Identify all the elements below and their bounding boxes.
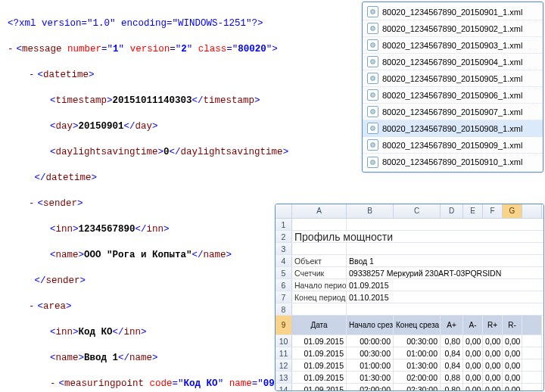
header-cell[interactable]: R- bbox=[503, 316, 522, 334]
table-row[interactable]: 4ОбъектВвод 1 bbox=[276, 255, 543, 267]
cell[interactable]: 14 bbox=[276, 384, 292, 391]
cell[interactable] bbox=[292, 243, 347, 254]
cell[interactable]: 0,00 bbox=[503, 347, 522, 359]
cell[interactable]: Ввод 1 bbox=[347, 255, 542, 266]
column-header[interactable]: A bbox=[292, 204, 347, 218]
cell[interactable]: 00:30:00 bbox=[347, 347, 394, 359]
cell[interactable]: 0,84 bbox=[441, 359, 463, 371]
cell[interactable] bbox=[522, 359, 542, 371]
cell[interactable] bbox=[522, 335, 542, 347]
collapse-toggle[interactable]: - bbox=[29, 70, 38, 80]
file-row[interactable]: 80020_1234567890_20150906_1.xml bbox=[363, 87, 543, 104]
cell[interactable]: 13 bbox=[276, 372, 292, 383]
cell[interactable]: 0,00 bbox=[503, 335, 522, 347]
file-row[interactable]: 80020_1234567890_20150907_1.xml bbox=[363, 104, 543, 120]
cell[interactable]: 10 bbox=[276, 335, 292, 347]
cell[interactable]: 11 bbox=[276, 347, 292, 359]
cell[interactable]: Профиль мощности bbox=[292, 231, 542, 242]
header-cell[interactable]: Дата bbox=[292, 316, 347, 334]
table-row[interactable]: 1201.09.201501:00:0001:30:000,840,000,00… bbox=[276, 359, 543, 372]
cell[interactable]: 12 bbox=[276, 359, 292, 371]
cell[interactable]: Начало периода bbox=[292, 279, 347, 291]
file-row[interactable]: 80020_1234567890_20150901_1.xml bbox=[363, 4, 543, 20]
table-row[interactable]: 5Счетчик09338257 Меркурий 230ART-03PQRSI… bbox=[276, 267, 543, 279]
cell[interactable]: 0,00 bbox=[503, 359, 522, 371]
cell[interactable]: 01.09.2015 bbox=[292, 347, 347, 359]
table-row[interactable]: 1 bbox=[276, 219, 543, 231]
cell[interactable]: 4 bbox=[276, 255, 292, 266]
cell[interactable]: 0,00 bbox=[463, 335, 483, 347]
cell[interactable]: Объект bbox=[292, 255, 347, 266]
cell[interactable]: 0,80 bbox=[441, 384, 463, 391]
column-header[interactable]: C bbox=[394, 204, 441, 218]
collapse-toggle[interactable]: - bbox=[50, 378, 59, 389]
file-row[interactable]: 80020_1234567890_20150910_1.xml bbox=[363, 154, 543, 170]
cell[interactable]: 00:30:00 bbox=[394, 335, 441, 347]
file-row[interactable]: 80020_1234567890_20150905_1.xml bbox=[363, 70, 543, 87]
table-row[interactable]: 6Начало периода01.09.2015 bbox=[276, 279, 543, 291]
cell[interactable]: 7 bbox=[276, 291, 292, 303]
cell[interactable] bbox=[522, 372, 542, 383]
cell[interactable] bbox=[522, 384, 542, 391]
column-header[interactable] bbox=[276, 204, 292, 218]
cell[interactable]: 0,00 bbox=[463, 372, 483, 383]
cell[interactable]: 0,00 bbox=[483, 359, 503, 371]
cell[interactable]: 02:30:00 bbox=[394, 384, 441, 391]
cell[interactable]: 0,00 bbox=[503, 372, 522, 383]
cell[interactable]: 02:00:00 bbox=[347, 384, 394, 391]
cell[interactable]: 0,00 bbox=[463, 347, 483, 359]
cell[interactable]: Конец периода bbox=[292, 291, 347, 303]
cell[interactable]: 0,80 bbox=[441, 335, 463, 347]
cell[interactable]: 0,00 bbox=[483, 347, 503, 359]
header-cell[interactable]: R+ bbox=[483, 316, 503, 334]
table-row[interactable]: 1301.09.201501:30:0002:00:000,880,000,00… bbox=[276, 372, 543, 384]
table-row[interactable]: 8 bbox=[276, 303, 543, 316]
cell[interactable]: 09338257 Меркурий 230ART-03PQRSIDN bbox=[347, 267, 542, 278]
file-row[interactable]: 80020_1234567890_20150903_1.xml bbox=[363, 37, 543, 54]
table-row[interactable]: 2Профиль мощности bbox=[276, 231, 543, 243]
table-row[interactable]: 3 bbox=[276, 243, 543, 255]
cell[interactable]: 1 bbox=[276, 219, 292, 230]
file-row[interactable]: 80020_1234567890_20150904_1.xml bbox=[363, 54, 543, 70]
cell[interactable]: 01.09.2015 bbox=[292, 335, 347, 347]
cell[interactable]: Счетчик bbox=[292, 267, 347, 278]
cell[interactable]: 02:00:00 bbox=[394, 372, 441, 383]
header-cell[interactable]: Конец среза bbox=[394, 316, 441, 334]
header-cell[interactable]: 9 bbox=[276, 316, 292, 334]
file-row[interactable]: 80020_1234567890_20150902_1.xml bbox=[363, 20, 543, 37]
cell[interactable]: 01:30:00 bbox=[347, 372, 394, 383]
cell[interactable]: 3 bbox=[276, 243, 292, 254]
cell[interactable]: 8 bbox=[276, 303, 292, 315]
cell[interactable]: 6 bbox=[276, 279, 292, 291]
cell[interactable]: 0,00 bbox=[503, 384, 522, 391]
file-row[interactable]: 80020_1234567890_20150909_1.xml bbox=[363, 137, 543, 154]
table-row[interactable]: 1101.09.201500:30:0001:00:000,840,000,00… bbox=[276, 347, 543, 359]
cell[interactable]: 0,00 bbox=[483, 335, 503, 347]
collapse-toggle[interactable]: - bbox=[8, 44, 17, 54]
cell[interactable]: 2 bbox=[276, 231, 292, 242]
column-header[interactable]: B bbox=[347, 204, 394, 218]
header-cell[interactable] bbox=[522, 316, 542, 334]
table-row[interactable]: 7Конец периода01.10.2015 bbox=[276, 291, 543, 303]
table-row[interactable]: 1001.09.201500:00:0000:30:000,800,000,00… bbox=[276, 335, 543, 347]
cell[interactable]: 01.10.2015 bbox=[347, 291, 542, 303]
cell[interactable]: 0,00 bbox=[483, 384, 503, 391]
cell[interactable] bbox=[292, 303, 347, 315]
header-cell[interactable]: Начало среза bbox=[347, 316, 394, 334]
cell[interactable]: 0,84 bbox=[441, 347, 463, 359]
cell[interactable]: 01.09.2015 bbox=[347, 279, 542, 291]
cell[interactable]: 0,00 bbox=[483, 372, 503, 383]
file-row[interactable]: 80020_1234567890_20150908_1.xml bbox=[363, 120, 543, 137]
column-header[interactable]: E bbox=[463, 204, 483, 218]
collapse-toggle[interactable]: - bbox=[29, 198, 38, 209]
cell[interactable]: 01:00:00 bbox=[347, 359, 394, 371]
collapse-toggle[interactable]: - bbox=[29, 301, 38, 312]
table-row[interactable]: 1401.09.201502:00:0002:30:000,800,000,00… bbox=[276, 384, 543, 391]
cell[interactable]: 01.09.2015 bbox=[292, 372, 347, 383]
cell[interactable] bbox=[522, 347, 542, 359]
cell[interactable]: 00:00:00 bbox=[347, 335, 394, 347]
cell[interactable]: 01.09.2015 bbox=[292, 384, 347, 391]
cell[interactable]: 01.09.2015 bbox=[292, 359, 347, 371]
cell[interactable]: 01:00:00 bbox=[394, 347, 441, 359]
cell[interactable]: 5 bbox=[276, 267, 292, 278]
